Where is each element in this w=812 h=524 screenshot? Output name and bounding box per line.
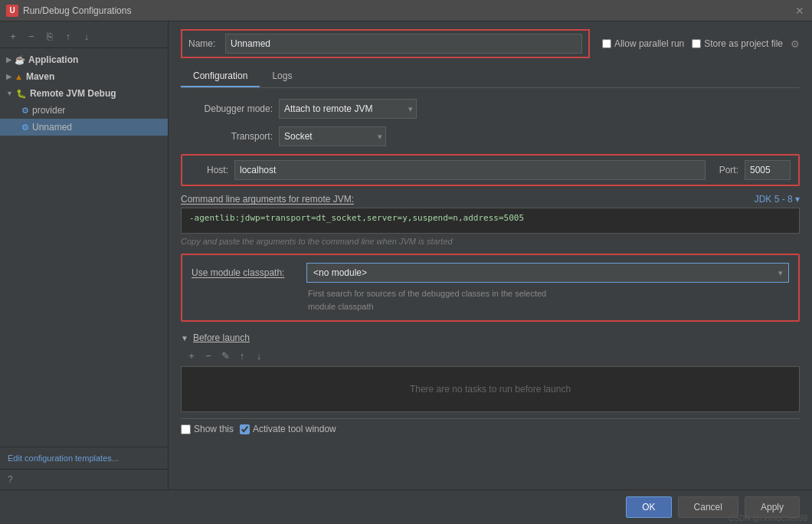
transport-row: Transport: Socket Shared memory	[181, 126, 800, 146]
show-this-checkbox[interactable]	[181, 424, 191, 434]
sidebar-item-remote-jvm-debug[interactable]: ▼ 🐛 Remote JVM Debug	[0, 85, 168, 102]
sidebar-item-application[interactable]: ▶ ☕ Application	[0, 51, 168, 68]
before-launch-header: ▼ Before launch	[181, 332, 800, 343]
debugger-mode-row: Debugger mode: Attach to remote JVM List…	[181, 99, 800, 119]
sidebar-toolbar: + − ⎘ ↑ ↓	[0, 25, 168, 48]
module-hint: First search for sources of the debugged…	[308, 287, 789, 313]
transport-select-wrapper: Socket Shared memory	[279, 126, 386, 146]
before-launch-area: There are no tasks to run before launch	[181, 366, 800, 412]
dialog-icon: U	[6, 5, 18, 17]
transport-label: Transport:	[181, 131, 273, 142]
expand-arrow: ▶	[6, 73, 11, 80]
host-port-row: Host: Port:	[181, 154, 800, 186]
parallel-run-checkbox[interactable]	[602, 39, 611, 48]
module-row: Use module classpath: <no module>	[192, 263, 789, 283]
edit-templates-link[interactable]: Edit configuration templates...	[0, 447, 168, 469]
sidebar-item-label: Unnamed	[32, 122, 72, 133]
run-debug-dialog: U Run/Debug Configurations ✕ + − ⎘ ↑ ↓ ▶…	[0, 0, 812, 524]
module-select[interactable]: <no module>	[306, 263, 789, 283]
app-icon: ☕	[15, 55, 25, 65]
add-config-button[interactable]: +	[5, 28, 21, 44]
dialog-footer: OK Cancel Apply	[0, 490, 812, 524]
sidebar-item-unnamed[interactable]: ⚙ Unnamed	[0, 119, 168, 136]
collapse-arrow[interactable]: ▼	[181, 334, 188, 342]
config-icon: ⚙	[21, 123, 29, 133]
module-section: Use module classpath: <no module> First …	[181, 254, 800, 322]
name-label: Name:	[188, 38, 219, 49]
cmd-hint: Copy and paste the arguments to the comm…	[181, 237, 800, 246]
show-this-check[interactable]: Show this	[181, 424, 234, 434]
sidebar: + − ⎘ ↑ ↓ ▶ ☕ Application ▶ ▲ Maven ▼	[0, 21, 169, 490]
close-button[interactable]: ✕	[794, 5, 806, 17]
no-tasks-text: There are no tasks to run before launch	[410, 384, 571, 395]
debug-icon: 🐛	[16, 89, 27, 99]
tabs: Configuration Logs	[181, 66, 800, 88]
tab-configuration[interactable]: Configuration	[181, 66, 260, 87]
ok-button[interactable]: OK	[626, 496, 671, 518]
top-right-options: Allow parallel run Store as project file…	[602, 38, 800, 50]
debugger-mode-select[interactable]: Attach to remote JVM Listen to remote JV…	[279, 99, 417, 119]
port-input[interactable]	[745, 160, 791, 180]
activate-checkbox[interactable]	[240, 424, 250, 434]
before-launch-down-button[interactable]: ↓	[251, 348, 267, 363]
copy-config-button[interactable]: ⎘	[41, 28, 58, 44]
before-launch-add-button[interactable]: +	[184, 348, 199, 363]
watermark: CSDN @HumoChen99	[729, 514, 807, 522]
before-launch-section: ▼ Before launch + − ✎ ↑ ↓ There are no t…	[181, 332, 800, 412]
sidebar-item-label: provider	[32, 105, 65, 116]
before-launch-edit-button[interactable]: ✎	[218, 348, 233, 363]
bottom-strip: Show this Activate tool window	[181, 418, 800, 439]
move-up-button[interactable]: ↑	[60, 28, 77, 44]
host-label: Host:	[190, 165, 228, 175]
sidebar-item-provider[interactable]: ⚙ provider	[0, 102, 168, 119]
before-launch-up-button[interactable]: ↑	[234, 348, 250, 363]
dialog-title: Run/Debug Configurations	[23, 5, 131, 16]
gear-icon[interactable]: ⚙	[791, 38, 800, 50]
activate-tool-window-check[interactable]: Activate tool window	[240, 424, 336, 434]
cmd-header-row: Command line arguments for remote JVM: J…	[181, 194, 800, 205]
store-as-project-check[interactable]: Store as project file	[692, 38, 783, 49]
jdk-link[interactable]: JDK 5 - 8 ▾	[755, 194, 800, 205]
cmd-label: Command line arguments for remote JVM:	[181, 194, 354, 205]
before-launch-toolbar: + − ✎ ↑ ↓	[184, 348, 800, 363]
sidebar-item-label: Remote JVM Debug	[30, 88, 116, 99]
name-input[interactable]	[225, 34, 582, 54]
help-button[interactable]: ?	[0, 469, 168, 490]
content-area: Name: Allow parallel run Store as projec…	[169, 21, 812, 490]
port-label: Port:	[719, 165, 738, 175]
cmd-text-area: -agentlib:jdwp=transport=dt_socket,serve…	[181, 208, 800, 234]
host-input[interactable]	[234, 160, 706, 180]
name-header-row: Name: Allow parallel run Store as projec…	[181, 29, 800, 58]
store-project-checkbox[interactable]	[692, 39, 701, 48]
debugger-mode-select-wrapper: Attach to remote JVM Listen to remote JV…	[279, 99, 417, 119]
config-icon: ⚙	[21, 106, 29, 116]
tab-logs[interactable]: Logs	[260, 66, 304, 87]
module-select-wrapper: <no module>	[306, 263, 789, 283]
remove-config-button[interactable]: −	[23, 28, 40, 44]
allow-parallel-run-check[interactable]: Allow parallel run	[602, 38, 684, 49]
sidebar-item-maven[interactable]: ▶ ▲ Maven	[0, 68, 168, 85]
maven-icon: ▲	[15, 72, 23, 81]
before-launch-remove-button[interactable]: −	[201, 348, 216, 363]
expand-arrow: ▶	[6, 56, 11, 64]
title-bar: U Run/Debug Configurations ✕	[0, 0, 812, 21]
debugger-mode-label: Debugger mode:	[181, 103, 273, 114]
expand-arrow: ▼	[6, 90, 13, 97]
module-label: Use module classpath:	[192, 267, 299, 278]
before-launch-label: Before launch	[193, 332, 250, 343]
name-field-box: Name:	[181, 29, 590, 58]
move-down-button[interactable]: ↓	[78, 28, 95, 44]
sidebar-tree: ▶ ☕ Application ▶ ▲ Maven ▼ 🐛 Remote JVM…	[0, 48, 168, 447]
sidebar-item-label: Application	[28, 54, 78, 65]
cmd-section: Command line arguments for remote JVM: J…	[181, 194, 800, 246]
transport-select[interactable]: Socket Shared memory	[279, 126, 386, 146]
main-body: + − ⎘ ↑ ↓ ▶ ☕ Application ▶ ▲ Maven ▼	[0, 21, 812, 490]
title-bar-left: U Run/Debug Configurations	[6, 5, 131, 17]
sidebar-item-label: Maven	[26, 71, 54, 82]
